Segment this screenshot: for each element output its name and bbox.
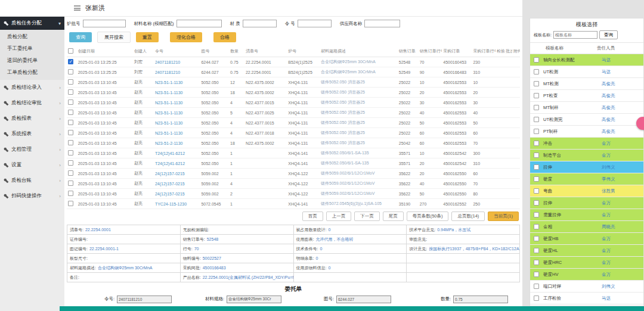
template-checkbox[interactable] [534, 176, 539, 182]
template-row[interactable]: 硬度HL金万 [530, 245, 643, 257]
toolbar-button[interactable]: 查询 [69, 32, 92, 42]
menu-toggle-icon[interactable] [74, 5, 80, 11]
order-link[interactable]: T24(12)41-6212 [155, 161, 185, 166]
sidebar-group[interactable]: 质检结论审批› [0, 95, 64, 111]
order-link[interactable]: 24071181210 [155, 60, 180, 64]
template-checkbox[interactable] [534, 284, 539, 289]
template-checkbox[interactable] [534, 153, 539, 158]
responsible-person-link[interactable]: 马达 [602, 69, 643, 75]
order-link[interactable]: N23-51-1-1130 [155, 80, 183, 85]
responsible-person-link[interactable]: 金万 [602, 248, 643, 254]
responsible-person-link[interactable]: 高俊亮 [602, 129, 643, 135]
pagination-button[interactable]: 当前页(1) [488, 212, 519, 221]
template-row[interactable]: 端口对焊刘伟义 [530, 281, 643, 293]
responsible-person-link[interactable]: 周晓亮 [602, 224, 643, 230]
template-row[interactable]: 金相周晓亮 [530, 221, 643, 233]
template-row[interactable]: MT检测高俊亮 [530, 78, 643, 90]
filter-input[interactable] [364, 20, 400, 27]
sidebar-item[interactable]: 手工委托单 [0, 43, 64, 55]
responsible-person-link[interactable]: 高俊亮 [602, 81, 643, 87]
template-checkbox[interactable] [534, 296, 539, 301]
sidebar-item[interactable]: 质检分配 [0, 31, 64, 43]
template-search-button[interactable]: 查询 [599, 30, 618, 39]
sidebar-group[interactable]: 质检台账› [0, 173, 64, 188]
filter-input[interactable] [243, 20, 277, 27]
responsible-person-link[interactable]: 马达 [602, 296, 643, 301]
sidebar-group-active[interactable]: 质检任务分配 ▾ [0, 17, 64, 30]
order-link[interactable]: 24(12)157-0215 [155, 192, 185, 196]
pagination-button[interactable]: 尾页 [383, 212, 404, 221]
responsible-person-link[interactable]: 刘伟义 [602, 164, 643, 170]
template-row[interactable]: 工序检验马达 [530, 293, 643, 304]
form-input[interactable] [227, 296, 281, 303]
order-link[interactable]: N23-51-1-1130 [155, 131, 183, 135]
template-checkbox[interactable] [534, 164, 539, 170]
toolbar-button[interactable]: 重置 [136, 32, 159, 42]
template-row[interactable]: 拉伸金万 [530, 197, 643, 209]
responsible-person-link[interactable]: 金万 [602, 272, 643, 278]
template-checkbox[interactable] [534, 117, 539, 122]
template-checkbox[interactable] [534, 200, 539, 206]
template-checkbox[interactable] [534, 248, 539, 253]
template-row[interactable]: UT检测完高俊亮 [530, 114, 643, 126]
order-link[interactable]: N23-51-2-1130 [155, 141, 183, 145]
order-link[interactable]: N23-51-1-1130 [155, 101, 183, 105]
order-link[interactable]: 24(12)157-0215 [155, 182, 185, 186]
order-link[interactable]: N23-51-1-1130 [155, 111, 183, 115]
order-link[interactable]: TYC24-115-1230 [155, 202, 187, 206]
sidebar-group[interactable]: 文档管理› [0, 142, 64, 157]
toolbar-button[interactable]: 展开搜索 [97, 32, 131, 43]
row-checkbox[interactable] [68, 69, 73, 74]
template-row[interactable]: 硬度李伟义 [530, 173, 643, 185]
pagination-button[interactable]: 总页数(14) [451, 212, 485, 221]
responsible-person-link[interactable]: 金万 [602, 236, 643, 242]
filter-input[interactable] [83, 20, 126, 27]
order-link[interactable]: 24071181210 [155, 70, 180, 74]
row-checkbox[interactable] [68, 160, 73, 166]
row-checkbox[interactable] [68, 130, 73, 135]
order-link[interactable]: T24(12)41-6212 [155, 151, 185, 156]
row-checkbox[interactable] [68, 110, 73, 115]
row-checkbox[interactable] [68, 181, 73, 186]
template-checkbox[interactable] [534, 81, 539, 86]
responsible-person-link[interactable]: 金万 [602, 153, 643, 158]
row-checkbox[interactable] [68, 120, 73, 125]
template-checkbox[interactable] [534, 69, 539, 74]
pagination-button[interactable]: 每页条数(50条) [407, 212, 449, 221]
template-checkbox[interactable] [534, 141, 539, 146]
responsible-person-link[interactable]: 马达 [602, 57, 643, 63]
template-row[interactable]: MT制样高俊亮 [530, 102, 643, 114]
order-link[interactable]: N23-51-1-1130 [155, 121, 183, 125]
toolbar-button[interactable]: 合格 [213, 32, 236, 42]
sidebar-group[interactable]: 质检结论录入› [0, 80, 64, 95]
template-checkbox[interactable] [534, 236, 539, 241]
template-row[interactable]: 硬度HV金万 [530, 269, 643, 281]
pagination-button[interactable]: 下一页 [354, 212, 380, 221]
responsible-person-link[interactable]: 高俊亮 [602, 93, 643, 99]
template-row[interactable]: 制造平台金万 [530, 150, 643, 161]
sidebar-group[interactable]: 设置› [0, 157, 64, 173]
row-checkbox[interactable] [68, 201, 73, 206]
filter-input[interactable] [298, 20, 332, 27]
row-checkbox[interactable] [68, 140, 73, 145]
template-row[interactable]: UT检测马达 [530, 66, 643, 78]
template-checkbox[interactable] [534, 272, 539, 277]
row-checkbox[interactable] [68, 79, 73, 85]
pagination-button[interactable]: 上一页 [326, 212, 352, 221]
template-row[interactable]: 拉伸刘伟义 [530, 161, 643, 173]
toolbar-button[interactable]: 理化合格 [170, 32, 202, 42]
template-row[interactable]: PT制样高俊亮 [530, 126, 643, 138]
row-checkbox[interactable] [68, 89, 73, 95]
responsible-person-link[interactable]: 金万 [602, 141, 643, 147]
template-row[interactable]: 硬度HRC金万 [530, 257, 643, 269]
template-checkbox[interactable] [534, 57, 539, 63]
row-checkbox[interactable] [68, 170, 73, 176]
template-checkbox[interactable] [534, 188, 539, 194]
template-checkbox[interactable] [534, 93, 539, 98]
sidebar-item[interactable]: 退回的委托单 [0, 55, 64, 67]
sidebar-group[interactable]: 系统报表› [0, 126, 64, 142]
responsible-person-link[interactable]: 高俊亮 [602, 105, 643, 111]
template-row[interactable]: 需重拉伸金万 [530, 209, 643, 221]
template-row[interactable]: PT检查高俊亮 [530, 90, 643, 102]
pagination-button[interactable]: 首页 [302, 212, 323, 221]
